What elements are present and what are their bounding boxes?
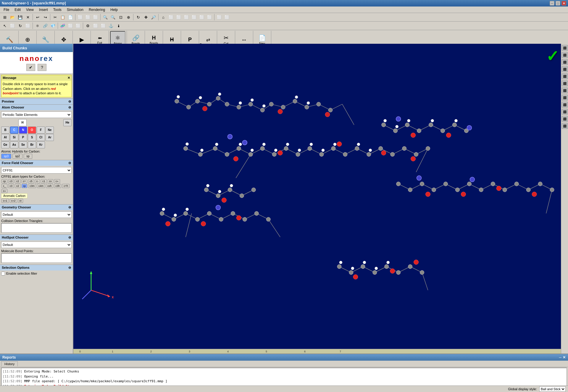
ff-ct[interactable]: ct <box>18 199 23 203</box>
menu-rendering[interactable]: Rendering <box>86 7 107 12</box>
right-btn-3[interactable]: ⬛ <box>562 59 568 65</box>
reports-close[interactable]: ✕ <box>563 355 566 359</box>
tb-copy[interactable]: 📋 <box>59 14 66 21</box>
element-Al[interactable]: Al <box>1 134 9 141</box>
ff-cminus[interactable]: c- <box>35 179 40 183</box>
tb2-motor[interactable]: ⚙ <box>84 22 91 29</box>
ff-c3b[interactable]: c3 <box>8 184 14 188</box>
tb2-protein[interactable]: ⬜ <box>67 22 74 29</box>
selection-filter-label[interactable]: Enable selection filter <box>1 272 72 276</box>
tb-select-all[interactable]: ⬜ <box>77 14 84 21</box>
right-btn-2[interactable]: ⬛ <box>562 52 568 58</box>
tb2-spring[interactable]: ⬜ <box>100 22 107 29</box>
element-Si[interactable]: Si <box>10 134 18 141</box>
geometry-toggle[interactable]: ⊖ <box>68 205 71 209</box>
ff-c3h[interactable]: c3h <box>54 184 62 188</box>
ff-cp[interactable]: cp <box>1 179 7 183</box>
tb-invert[interactable]: ⬜ <box>92 14 99 21</box>
element-He[interactable]: He <box>63 119 72 126</box>
tb-center[interactable]: ⊕ <box>125 14 132 21</box>
menu-insert[interactable]: Insert <box>37 7 50 12</box>
message-close[interactable]: ✕ <box>67 76 70 80</box>
tb-left[interactable]: ⬜ <box>183 14 190 21</box>
hotspot-toggle[interactable]: ⊖ <box>68 236 71 239</box>
minimize-button[interactable]: ─ <box>550 1 554 6</box>
right-btn-11[interactable]: ⬛ <box>562 116 568 122</box>
tb2-atoms[interactable]: ⚛ <box>34 22 41 29</box>
viewport[interactable]: x <box>73 44 561 354</box>
ff-c4m[interactable]: c4m <box>37 184 45 188</box>
tb2-bonds[interactable]: 🔗 <box>42 22 49 29</box>
tb-front[interactable]: ⬜ <box>167 14 175 21</box>
ff-ceq1[interactable]: c=1 <box>1 199 9 203</box>
ff-c_[interactable]: c_ <box>1 184 7 188</box>
molecule-viewport[interactable]: x <box>73 44 561 354</box>
ff-coh[interactable]: coh <box>46 184 53 188</box>
element-Se[interactable]: Se <box>19 141 27 148</box>
hybrid-sp[interactable]: sp <box>24 154 32 159</box>
tb-perspective[interactable]: ⬜ <box>216 14 223 21</box>
ff-c1[interactable]: c1 <box>41 179 47 183</box>
ff-c3m[interactable]: c3m <box>28 184 36 188</box>
hybrid-sp3[interactable]: sp3 <box>1 154 11 159</box>
force-field-header[interactable]: Force Field Chooser ⊖ <box>0 160 73 166</box>
tb-home[interactable]: ⌂ <box>160 14 167 21</box>
element-Br[interactable]: Br <box>28 141 36 148</box>
menu-file[interactable]: File <box>1 7 12 12</box>
tb-ortho[interactable]: ⬜ <box>223 14 230 21</box>
tb-open[interactable]: 📂 <box>9 14 16 21</box>
atom-chooser-header[interactable]: Atom Chooser ⊖ <box>0 105 73 110</box>
element-Ar[interactable]: Ar <box>46 134 54 141</box>
display-style-select[interactable]: Ball and Stick CPK Lines Tubes VdW <box>539 386 566 392</box>
panel-scroll[interactable]: nanorex ✔ ? Message ✕ Double click in em… <box>0 52 73 354</box>
element-B[interactable]: B <box>1 127 9 134</box>
hotspot-dropdown[interactable]: Default <box>1 242 72 248</box>
tb-right[interactable]: ⬜ <box>191 14 198 21</box>
force-field-toggle[interactable]: ⊖ <box>68 161 71 165</box>
tb-zoom-out[interactable]: 🔍 <box>109 14 117 21</box>
element-S[interactable]: S <box>28 134 36 141</box>
tb-redo[interactable]: ↪ <box>42 14 49 21</box>
ff-ceq[interactable]: c= <box>54 179 60 183</box>
element-H[interactable]: H <box>18 119 27 126</box>
element-F[interactable]: F <box>37 127 45 134</box>
element-N[interactable]: N <box>19 127 27 134</box>
tb-cut[interactable]: ✂ <box>51 14 59 21</box>
menu-help[interactable]: Help <box>108 7 120 12</box>
logo-help-btn[interactable]: ? <box>38 64 46 71</box>
right-btn-8[interactable]: ⬛ <box>562 95 568 101</box>
tb-top[interactable]: ⬜ <box>198 14 205 21</box>
element-As[interactable]: As <box>10 141 18 148</box>
tb-paste[interactable]: 📄 <box>67 14 74 21</box>
right-btn-6[interactable]: ⬛ <box>562 80 568 86</box>
ff-c2[interactable]: c2 <box>15 179 21 183</box>
tb2-thermo[interactable]: 🌡 <box>115 22 122 29</box>
tb2-resize[interactable]: ⬜ <box>24 22 31 29</box>
atom-chooser-toggle[interactable]: ⊖ <box>68 106 71 109</box>
element-Ne[interactable]: Ne <box>46 127 54 134</box>
ff-cp2[interactable]: cp <box>22 184 28 188</box>
right-btn-9[interactable]: ⬛ <box>562 102 568 108</box>
hotspot-header[interactable]: HotSpot Chooser ⊖ <box>0 235 73 240</box>
element-Kr[interactable]: Kr <box>37 141 45 148</box>
tb-new[interactable]: ⊞ <box>1 14 8 21</box>
right-btn-7[interactable]: ⬛ <box>562 88 568 93</box>
tb-back[interactable]: ⬜ <box>175 14 182 21</box>
ff-ceqb[interactable]: c= <box>1 189 7 193</box>
tb-select-none[interactable]: ⬜ <box>84 14 91 21</box>
menu-simulation[interactable]: Simulation <box>64 7 86 12</box>
tb2-crystal[interactable]: 💎 <box>49 22 57 29</box>
tb2-anchor[interactable]: ⚓ <box>107 22 114 29</box>
right-btn-4[interactable]: ⬛ <box>562 66 568 72</box>
force-field-dropdown[interactable]: CFF91 <box>1 167 72 174</box>
selection-header[interactable]: Selection Options ⊖ <box>0 265 73 270</box>
menu-view[interactable]: View <box>24 7 36 12</box>
close-button[interactable]: ✕ <box>561 1 566 6</box>
preview-header[interactable]: Preview ⊖ <box>0 99 73 104</box>
logo-check-btn[interactable]: ✔ <box>26 64 35 71</box>
tb-bottom[interactable]: ⬜ <box>206 14 213 21</box>
right-btn-5[interactable]: ⬛ <box>562 73 568 79</box>
element-P[interactable]: P <box>19 134 27 141</box>
ff-cph[interactable]: c+h <box>62 184 70 188</box>
element-O[interactable]: O <box>28 127 36 134</box>
